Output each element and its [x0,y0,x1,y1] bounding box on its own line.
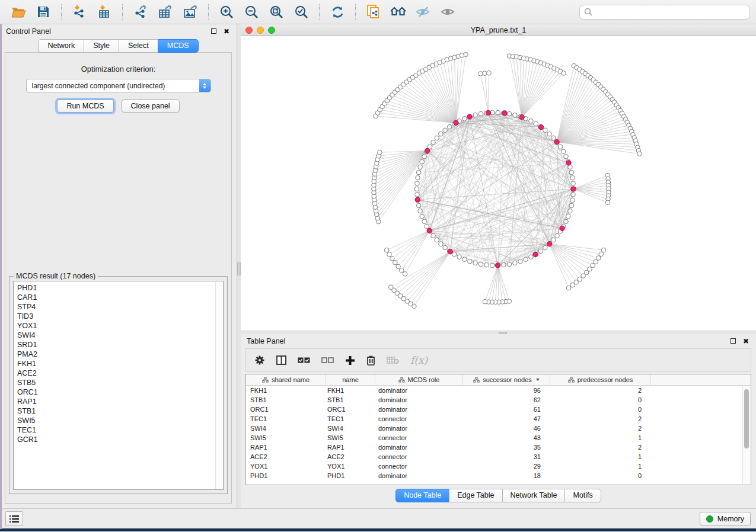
table-row[interactable]: ORC1ORC1dominator610 [246,405,751,414]
optimization-select[interactable]: largest connected component (undirected) [26,79,211,92]
task-history-button[interactable] [5,511,23,526]
result-node-item[interactable]: STP4 [17,302,223,312]
run-mcds-button[interactable]: Run MCDS [57,100,113,113]
list-scrollbar[interactable] [215,282,222,489]
column-header-shared-name[interactable]: shared name [246,374,326,385]
cell-successor-nodes: 43 [463,434,550,441]
result-node-item[interactable]: SWI4 [17,331,223,340]
column-header-mcds-role[interactable]: MCDS role [375,374,463,385]
delete-row-icon[interactable] [366,353,375,367]
cell-name: TEC1 [326,415,375,422]
horizontal-splitter[interactable] [241,331,756,334]
main-toolbar [0,0,756,24]
tab-select[interactable]: Select [119,39,158,53]
tab-mcds[interactable]: MCDS [158,39,199,53]
vertical-splitter[interactable] [237,24,241,508]
mcds-result-group: MCDS result (17 nodes) PHD1CAR1STP4TID3Y… [9,276,228,494]
save-session-icon[interactable] [34,3,52,21]
search-input[interactable] [592,8,745,16]
scrollbar-thumb[interactable] [744,389,749,448]
close-panel-button[interactable]: Close panel [122,100,180,113]
network-view[interactable] [241,36,756,331]
toolbar-separator [355,4,356,20]
column-header-predecessor-nodes[interactable]: predecessor nodes [550,374,651,385]
add-row-icon[interactable] [345,353,355,367]
table-row[interactable]: SWI4SWI4dominator462 [246,424,751,433]
column-header-successor-nodes[interactable]: successor nodes [463,374,550,385]
tab-network[interactable]: Network [38,39,84,53]
result-node-item[interactable]: SRD1 [17,340,223,350]
hide-selected-eye-icon[interactable] [414,3,432,21]
cell-name: RAP1 [326,444,375,451]
result-node-item[interactable]: RAP1 [17,397,223,406]
network-graph[interactable] [241,36,754,331]
result-node-item[interactable]: FKH1 [17,359,223,368]
result-node-item[interactable]: YOX1 [17,321,223,331]
desktop-background [0,528,756,531]
table-row[interactable]: SWI5SWI5connector431 [246,433,751,443]
result-node-item[interactable]: PHD1 [17,283,223,293]
tab-network-table[interactable]: Network Table [502,489,566,502]
node-table: shared namenameMCDS rolesuccessor nodesp… [245,374,751,485]
table-row[interactable]: PHD1PHD1dominator180 [246,471,751,480]
tab-node-table[interactable]: Node Table [395,489,449,502]
deselect-all-icon[interactable] [321,353,334,367]
cell-shared-name: SWI5 [246,434,326,441]
memory-button[interactable]: Memory [700,512,751,525]
result-node-item[interactable]: STB5 [17,378,223,387]
result-node-item[interactable]: SWI5 [17,416,223,425]
table-row[interactable]: RAP1RAP1dominator352 [246,443,751,452]
export-table-icon[interactable] [157,3,174,21]
splitter-grip[interactable] [237,262,241,275]
result-node-item[interactable]: CAR1 [17,293,223,302]
show-columns-icon[interactable] [276,353,286,367]
result-node-item[interactable]: STB1 [17,406,223,416]
settings-gear-icon[interactable] [254,353,265,367]
zoom-in-icon[interactable] [218,3,235,21]
tab-edge-table[interactable]: Edge Table [449,489,502,502]
result-node-item[interactable]: TEC1 [17,425,223,435]
export-network-icon[interactable] [132,3,149,21]
export-image-icon[interactable] [181,3,199,21]
search-box[interactable] [579,5,750,20]
cell-name: PHD1 [326,472,375,479]
result-node-item[interactable]: PMA2 [17,350,223,359]
duplicate-network-icon[interactable] [365,3,382,21]
table-row[interactable]: YOX1YOX1connector291 [246,462,751,471]
result-node-item[interactable]: ACE2 [17,368,223,378]
table-row[interactable]: TEC1TEC1connector472 [246,414,751,424]
cell-successor-nodes: 47 [463,415,550,422]
close-panel-icon[interactable]: ✖ [222,27,231,36]
cell-mcds-role: dominator [375,472,463,479]
result-node-item[interactable]: GCR1 [17,435,223,444]
cell-predecessor-nodes: 2 [550,425,651,432]
import-network-icon[interactable] [71,3,88,21]
zoom-selected-icon[interactable] [292,3,310,21]
splitter-grip[interactable] [499,332,507,334]
zoom-out-icon[interactable] [243,3,260,21]
select-all-icon[interactable] [298,353,310,367]
tab-style[interactable]: Style [84,39,119,53]
import-table-icon[interactable] [95,3,113,21]
first-neighbors-icon[interactable] [390,3,407,21]
table-row[interactable]: STB1STB1dominator620 [246,395,751,405]
table-row[interactable]: FKH1FKH1dominator962 [246,386,751,395]
cell-predecessor-nodes: 1 [550,463,651,470]
tab-motifs[interactable]: Motifs [564,489,601,502]
close-panel-icon[interactable]: ✖ [742,337,750,345]
table-row[interactable]: ACE2ACE2connector311 [246,452,751,462]
cell-predecessor-nodes: 2 [550,415,651,422]
float-panel-icon[interactable] [209,27,218,36]
open-file-icon[interactable] [9,3,27,21]
memory-label: Memory [717,515,744,523]
float-panel-icon[interactable] [729,337,737,345]
cell-name: FKH1 [326,387,375,394]
table-scrollbar[interactable] [742,386,750,484]
result-node-item[interactable]: TID3 [17,312,223,321]
refresh-layout-icon[interactable] [328,3,346,21]
zoom-fit-icon[interactable] [267,3,285,21]
mcds-result-list[interactable]: PHD1CAR1STP4TID3YOX1SWI4SRD1PMA2FKH1ACE2… [13,281,224,490]
show-all-eye-icon[interactable] [439,3,457,21]
result-node-item[interactable]: ORC1 [17,387,223,397]
column-header-name[interactable]: name [326,374,375,385]
